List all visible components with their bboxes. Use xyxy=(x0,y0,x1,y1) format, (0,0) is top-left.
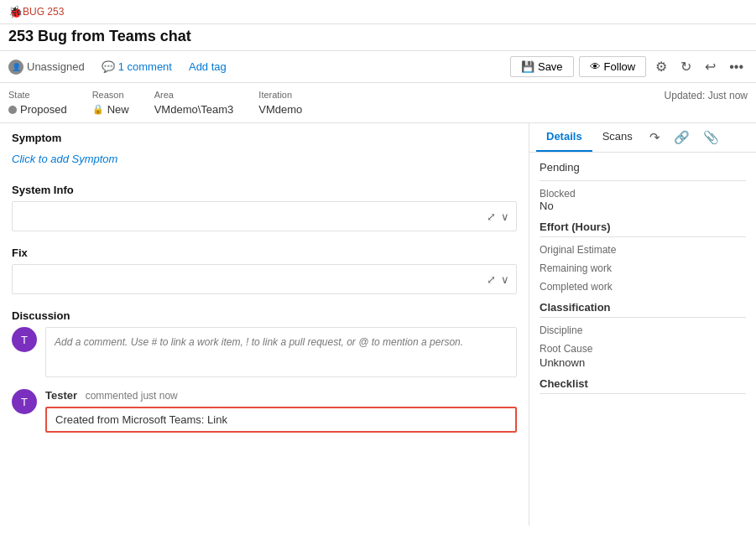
reason-field: Reason 🔒 New xyxy=(92,90,129,116)
system-info-icons: ⤢ ∨ xyxy=(487,210,509,223)
state-bar: State Proposed Reason 🔒 New Area VMdemo\… xyxy=(0,83,756,123)
assignee-label: Unassigned xyxy=(27,60,85,73)
system-info-field[interactable]: ⤢ ∨ xyxy=(12,201,517,231)
bug-id-bar: 🐞 BUG 253 xyxy=(0,0,756,24)
remaining-work-label: Remaining work xyxy=(540,262,746,274)
comment-author: Tester xyxy=(45,389,77,402)
undo-button[interactable]: ↩ xyxy=(701,57,720,76)
iteration-field: Iteration VMdemo xyxy=(258,90,302,116)
chevron-down-icon: ∨ xyxy=(501,210,509,223)
action-buttons: 💾 Save 👁 Follow ⚙ ↻ ↩ ••• xyxy=(510,56,748,77)
expand-icon: ⤢ xyxy=(487,210,496,223)
tab-details[interactable]: Details xyxy=(536,123,592,152)
more-options-button[interactable]: ••• xyxy=(725,58,748,76)
system-info-title: System Info xyxy=(12,184,517,196)
symptom-title: Symptom xyxy=(12,132,517,144)
fix-title: Fix xyxy=(12,247,517,259)
link-icon[interactable]: 🔗 xyxy=(667,123,696,152)
right-tabs: Details Scans ↷ 🔗 📎 xyxy=(529,123,756,153)
divider-1 xyxy=(540,180,746,181)
history-icon[interactable]: ↷ xyxy=(643,123,667,152)
title-bar: 253 Bug from Teams chat xyxy=(0,24,756,51)
fix-section: Fix ⤢ ∨ xyxy=(12,247,517,294)
lock-icon: 🔒 xyxy=(92,104,104,115)
comment-content: Tester commented just now Created from M… xyxy=(45,389,517,433)
tab-scans[interactable]: Scans xyxy=(592,123,643,152)
refresh-button[interactable]: ↻ xyxy=(676,57,696,76)
assignee-avatar: 👤 xyxy=(8,60,23,75)
meta-bar: 👤 Unassigned 💬 1 comment Add tag 💾 Save … xyxy=(0,51,756,83)
attachment-icon[interactable]: 📎 xyxy=(696,123,726,152)
area-value[interactable]: VMdemo\Team3 xyxy=(154,103,234,116)
comment-input-area: T Add a comment. Use # to link a work it… xyxy=(12,327,517,377)
symptom-placeholder[interactable]: Click to add Symptom xyxy=(12,149,517,169)
blocked-value: No xyxy=(540,200,746,212)
state-value[interactable]: Proposed xyxy=(8,103,67,116)
fix-expand-icon: ⤢ xyxy=(487,273,496,286)
bug-id-label: BUG 253 xyxy=(23,6,64,18)
comment-section: 💬 1 comment xyxy=(102,60,172,73)
fix-field[interactable]: ⤢ ∨ xyxy=(12,264,517,294)
root-cause-label: Root Cause xyxy=(540,343,746,355)
state-label: State xyxy=(8,90,67,100)
discussion-section: Discussion T Add a comment. Use # to lin… xyxy=(12,309,517,433)
comment-body: Created from Microsoft Teams: Link xyxy=(45,407,517,433)
follow-button[interactable]: 👁 Follow xyxy=(579,56,647,77)
right-content: Pending Blocked No Effort (Hours) Origin… xyxy=(529,153,756,407)
add-tag-button[interactable]: Add tag xyxy=(189,60,227,73)
system-info-section: System Info ⤢ ∨ xyxy=(12,184,517,231)
reason-value[interactable]: 🔒 New xyxy=(92,103,129,116)
commenter-avatar: T xyxy=(12,389,37,414)
root-cause-value[interactable]: Unknown xyxy=(540,356,746,369)
assignment-section: 👤 Unassigned xyxy=(8,60,85,75)
discussion-title: Discussion xyxy=(12,309,517,322)
current-user-avatar: T xyxy=(12,327,37,352)
save-button[interactable]: 💾 Save xyxy=(510,56,574,77)
state-field: State Proposed xyxy=(8,90,67,116)
eye-icon: 👁 xyxy=(590,60,601,73)
state-dot xyxy=(8,106,17,114)
comment-icon: 💬 xyxy=(102,60,115,73)
area-label: Area xyxy=(154,90,234,100)
blocked-label: Blocked xyxy=(540,188,746,200)
settings-button[interactable]: ⚙ xyxy=(651,57,671,76)
page-title: 253 Bug from Teams chat xyxy=(8,28,748,45)
checklist-title: Checklist xyxy=(540,377,746,394)
symptom-section: Symptom Click to add Symptom xyxy=(12,132,517,169)
original-estimate-label: Original Estimate xyxy=(540,244,746,256)
iteration-label: Iteration xyxy=(258,90,302,100)
pending-text: Pending xyxy=(540,161,746,174)
reason-label: Reason xyxy=(92,90,129,100)
right-panel: Details Scans ↷ 🔗 📎 Pending Blocked No E… xyxy=(529,123,756,526)
comment-input[interactable]: Add a comment. Use # to link a work item… xyxy=(45,327,517,377)
fix-icons: ⤢ ∨ xyxy=(487,273,509,286)
comment-time: commented just now xyxy=(86,390,178,402)
comment-item: T Tester commented just now Created from… xyxy=(12,389,517,433)
left-panel: Symptom Click to add Symptom System Info… xyxy=(0,123,529,526)
completed-work-label: Completed work xyxy=(540,281,746,293)
comment-count-link[interactable]: 1 comment xyxy=(118,60,172,73)
fix-chevron-icon: ∨ xyxy=(501,273,509,286)
bug-icon: 🐞 xyxy=(8,5,23,18)
classification-title: Classification xyxy=(540,301,746,318)
save-icon: 💾 xyxy=(521,60,534,73)
iteration-value[interactable]: VMdemo xyxy=(258,103,302,116)
area-field: Area VMdemo\Team3 xyxy=(154,90,234,116)
main-layout: Symptom Click to add Symptom System Info… xyxy=(0,123,756,526)
effort-title: Effort (Hours) xyxy=(540,221,746,237)
updated-label: Updated: Just now xyxy=(665,90,748,101)
discipline-label: Discipline xyxy=(540,324,746,336)
